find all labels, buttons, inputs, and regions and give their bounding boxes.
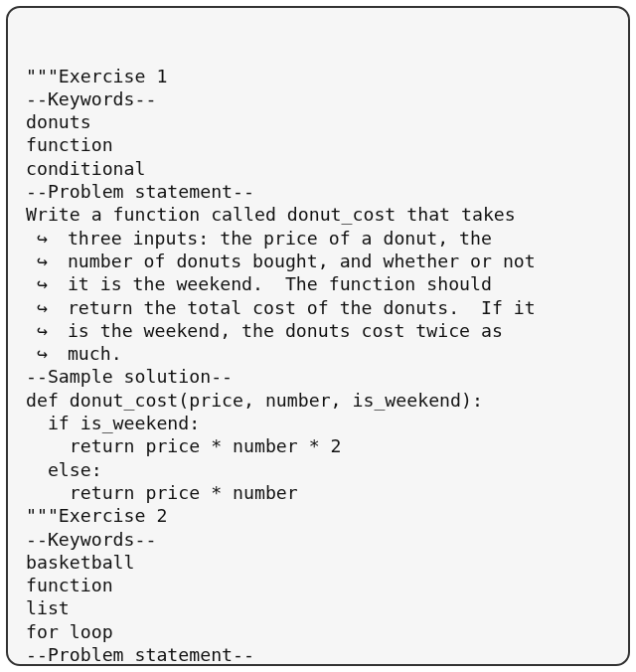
code-line-text: donuts (26, 111, 91, 132)
code-line: donuts (26, 110, 618, 133)
code-line: ↪ much. (26, 342, 618, 365)
code-line-text: much. (57, 343, 122, 364)
code-line: """Exercise 2 (26, 504, 618, 527)
code-line: for loop (26, 620, 618, 643)
continuation-arrow-icon: ↪ (37, 342, 57, 365)
code-line: --Keywords-- (26, 87, 618, 110)
code-line-text: return price * number (26, 482, 298, 503)
code-line-text: --Problem statement-- (26, 181, 254, 202)
code-line-text: function (26, 575, 113, 595)
code-line-text: --Problem statement-- (26, 644, 254, 665)
code-line: ↪ three inputs: the price of a donut, th… (26, 227, 618, 250)
code-line: if is_weekend: (26, 412, 618, 434)
code-line-text: if is_weekend: (26, 413, 200, 433)
code-line: --Problem statement-- (26, 180, 618, 203)
code-line-text: conditional (26, 158, 145, 179)
code-line: ↪ return the total cost of the donuts. I… (26, 296, 618, 319)
code-line: ↪ number of donuts bought, and whether o… (26, 250, 618, 272)
code-line-text: """Exercise 1 (26, 66, 167, 86)
code-line-text: it is the weekend. The function should (57, 273, 492, 294)
code-line-text: Write a function called donut_cost that … (26, 204, 516, 225)
code-line-text: number of donuts bought, and whether or … (57, 251, 536, 271)
code-line-text: return the total cost of the donuts. If … (57, 297, 536, 318)
code-line-text: return price * number * 2 (26, 435, 342, 456)
code-line-text: """Exercise 2 (26, 505, 167, 526)
code-line: list (26, 596, 618, 619)
code-line: basketball (26, 551, 618, 574)
code-line: --Sample solution-- (26, 365, 618, 388)
code-line-text: three inputs: the price of a donut, the (57, 228, 492, 249)
code-line-text: for loop (26, 621, 113, 642)
code-line: ↪ it is the weekend. The function should (26, 272, 618, 295)
code-line-text: --Keywords-- (26, 88, 156, 109)
code-line: def donut_cost(price, number, is_weekend… (26, 389, 618, 412)
code-line: return price * number (26, 481, 618, 504)
code-listing-frame: """Exercise 1--Keywords--donutsfunctionc… (6, 6, 630, 666)
code-line-text: --Keywords-- (26, 529, 156, 550)
continuation-arrow-icon: ↪ (37, 250, 57, 272)
continuation-arrow-icon: ↪ (37, 227, 57, 250)
code-line: function (26, 574, 618, 596)
code-line: --Keywords-- (26, 528, 618, 551)
code-line: ↪ is the weekend, the donuts cost twice … (26, 319, 618, 342)
code-line-text: --Sample solution-- (26, 366, 233, 387)
code-line: function (26, 133, 618, 156)
code-line: """Exercise 1 (26, 65, 618, 87)
code-line-text: basketball (26, 552, 135, 573)
code-line: return price * number * 2 (26, 434, 618, 457)
code-line-text: else: (26, 459, 102, 480)
code-line-text: is the weekend, the donuts cost twice as (57, 320, 503, 341)
code-line: conditional (26, 157, 618, 180)
code-line: Write a function called donut_cost that … (26, 203, 618, 226)
code-line-text: list (26, 597, 70, 618)
code-line-text: function (26, 134, 113, 155)
continuation-arrow-icon: ↪ (37, 319, 57, 342)
code-line: else: (26, 458, 618, 481)
code-line: --Problem statement-- (26, 643, 618, 666)
code-line-text: def donut_cost(price, number, is_weekend… (26, 390, 483, 411)
continuation-arrow-icon: ↪ (37, 296, 57, 319)
continuation-arrow-icon: ↪ (37, 272, 57, 295)
code-listing: """Exercise 1--Keywords--donutsfunctionc… (26, 65, 618, 666)
